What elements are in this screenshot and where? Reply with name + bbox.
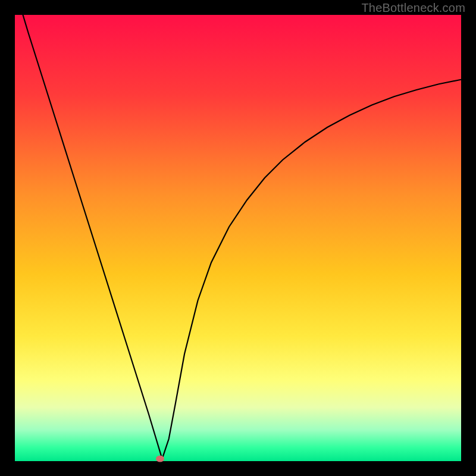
plot-area (15, 15, 461, 461)
optimal-point-marker (156, 456, 164, 462)
watermark-text: TheBottleneck.com (361, 1, 465, 15)
chart-frame (15, 15, 461, 461)
curve-layer (15, 15, 461, 461)
bottleneck-curve (15, 15, 461, 459)
